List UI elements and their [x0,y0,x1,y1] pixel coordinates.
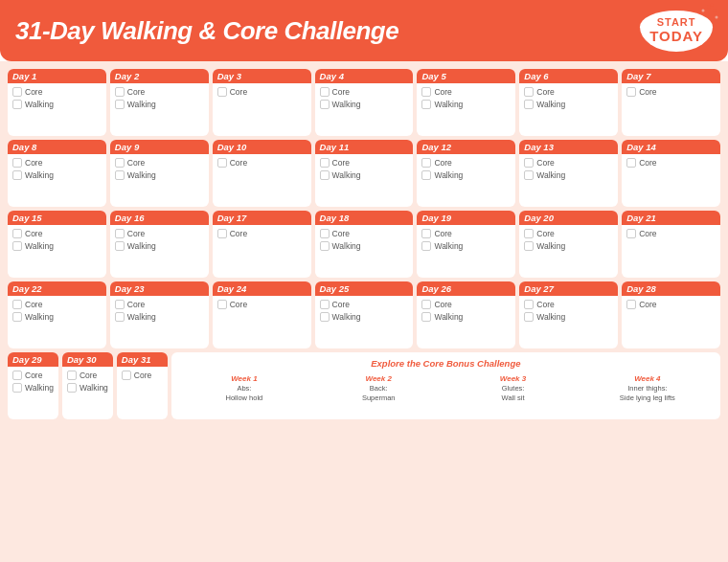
day-content-31: Core [117,367,168,384]
core-checkbox-7[interactable] [626,87,636,97]
svg-point-4 [711,3,714,6]
walking-checkbox-8[interactable] [12,170,22,180]
day-header-7: Day 7 [622,69,720,83]
core-checkbox-17[interactable] [217,229,227,238]
walking-checkbox-29[interactable] [12,383,22,393]
walking-checkbox-27[interactable] [524,312,534,322]
core-checkbox-16[interactable] [115,229,125,238]
core-checkbox-24[interactable] [217,300,227,309]
day-card-23: Day 23CoreWalking [110,281,209,348]
week-3-grid: Day 15CoreWalkingDay 16CoreWalkingDay 17… [8,211,720,278]
walking-checkbox-13[interactable] [524,170,534,180]
walking-checkbox-5[interactable] [421,100,431,109]
walking-label-15: Walking [25,241,54,251]
core-checkbox-8[interactable] [12,158,22,168]
day-content-13: CoreWalking [519,154,618,184]
walking-checkbox-25[interactable] [320,312,330,322]
core-checkbox-20[interactable] [524,229,534,238]
core-checkbox-14[interactable] [626,158,636,168]
core-label-17: Core [230,229,247,238]
day-header-19: Day 19 [417,211,515,225]
core-checkbox-10[interactable] [217,158,227,168]
badge-today-text: TODAY [649,28,703,44]
walking-row-20: Walking [524,241,613,251]
walking-row-8: Walking [12,170,102,180]
walking-checkbox-16[interactable] [115,241,125,251]
day-content-1: CoreWalking [8,83,106,113]
walking-checkbox-30[interactable] [67,383,77,393]
core-checkbox-21[interactable] [626,229,636,238]
walking-label-16: Walking [127,241,156,251]
day-header-17: Day 17 [213,211,311,225]
walking-checkbox-19[interactable] [421,241,431,251]
bonus-week-desc-4: Inner thighs: Side lying leg lifts [582,384,713,403]
day-content-12: CoreWalking [417,154,515,184]
core-checkbox-9[interactable] [115,158,125,168]
walking-checkbox-6[interactable] [524,100,534,109]
walking-label-26: Walking [434,312,463,322]
core-checkbox-23[interactable] [115,300,125,309]
day-header-2: Day 2 [110,69,209,83]
core-row-1: Core [12,87,102,97]
walking-checkbox-12[interactable] [421,170,431,180]
core-label-3: Core [230,87,247,97]
core-label-18: Core [332,229,350,238]
walking-row-4: Walking [320,100,409,109]
core-checkbox-2[interactable] [115,87,125,97]
day-card-31: Day 31Core [117,352,168,419]
walking-checkbox-20[interactable] [524,241,534,251]
core-checkbox-25[interactable] [320,300,330,309]
walking-checkbox-26[interactable] [421,312,431,322]
day-header-10: Day 10 [213,140,311,154]
core-checkbox-26[interactable] [421,300,431,309]
day-header-16: Day 16 [110,211,209,225]
walking-row-9: Walking [115,170,204,180]
walking-checkbox-11[interactable] [320,170,330,180]
core-label-14: Core [639,158,656,168]
walking-row-23: Walking [115,312,204,322]
day-content-27: CoreWalking [519,296,618,326]
core-label-10: Core [230,158,247,168]
core-checkbox-4[interactable] [320,87,330,97]
core-checkbox-30[interactable] [67,371,77,380]
core-label-5: Core [434,87,451,97]
core-checkbox-18[interactable] [320,229,330,238]
core-label-19: Core [434,229,451,238]
day-content-30: CoreWalking [62,367,113,396]
core-checkbox-19[interactable] [421,229,431,238]
day-card-25: Day 25CoreWalking [315,281,414,348]
core-label-16: Core [127,229,145,238]
day-header-13: Day 13 [519,140,618,154]
walking-checkbox-22[interactable] [12,312,22,322]
core-checkbox-5[interactable] [421,87,431,97]
walking-checkbox-1[interactable] [12,100,22,109]
core-checkbox-11[interactable] [320,158,330,168]
core-checkbox-1[interactable] [12,87,22,97]
day-header-6: Day 6 [519,69,618,83]
core-label-9: Core [127,158,145,168]
core-row-17: Core [217,229,307,238]
walking-checkbox-15[interactable] [12,241,22,251]
day-header-4: Day 4 [315,69,414,83]
walking-checkbox-4[interactable] [320,100,330,109]
walking-checkbox-2[interactable] [115,100,125,109]
core-checkbox-22[interactable] [12,300,22,309]
walking-label-30: Walking [80,383,108,393]
core-checkbox-13[interactable] [524,158,534,168]
day-content-26: CoreWalking [417,296,515,326]
walking-checkbox-9[interactable] [115,170,125,180]
core-checkbox-27[interactable] [524,300,534,309]
day-header-22: Day 22 [8,281,106,296]
core-checkbox-6[interactable] [524,87,534,97]
core-checkbox-3[interactable] [217,87,227,97]
walking-row-2: Walking [115,100,204,109]
walking-checkbox-18[interactable] [320,241,330,251]
core-checkbox-28[interactable] [626,300,636,309]
core-checkbox-12[interactable] [421,158,431,168]
core-checkbox-29[interactable] [12,371,22,380]
core-row-21: Core [626,229,716,238]
walking-checkbox-23[interactable] [115,312,125,322]
day-header-30: Day 30 [62,352,113,367]
core-checkbox-31[interactable] [122,371,131,380]
core-checkbox-15[interactable] [12,229,22,238]
